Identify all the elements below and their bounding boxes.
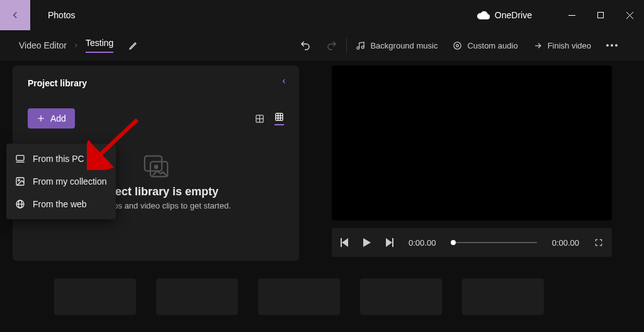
skip-back-icon	[341, 238, 348, 247]
svg-point-23	[154, 166, 157, 169]
undo-icon	[300, 40, 311, 51]
menu-from-this-pc[interactable]: From this PC	[6, 147, 116, 170]
finish-video-button[interactable]: Finish video	[526, 30, 599, 60]
play-icon	[363, 238, 371, 247]
onedrive-button[interactable]: OneDrive	[477, 10, 532, 20]
close-icon	[626, 12, 633, 19]
menu-from-collection-label: From my collection	[33, 176, 106, 186]
edit-name-button[interactable]	[128, 40, 138, 50]
menu-from-collection[interactable]: From my collection	[6, 170, 116, 193]
svg-rect-26	[16, 156, 24, 161]
svg-rect-16	[276, 113, 283, 120]
add-label: Add	[50, 113, 66, 123]
undo-button[interactable]	[292, 30, 319, 60]
preview-panel: 0:00.00 0:00.00	[332, 66, 612, 261]
background-music-button[interactable]: Background music	[348, 30, 445, 60]
next-frame-button[interactable]	[386, 238, 393, 247]
plus-icon	[37, 114, 45, 123]
svg-rect-21	[144, 156, 161, 171]
music-icon	[356, 41, 365, 50]
svg-point-9	[611, 44, 613, 47]
custom-audio-button[interactable]: Custom audio	[445, 30, 525, 60]
audio-icon	[453, 41, 462, 50]
total-time: 0:00.00	[552, 238, 579, 248]
svg-rect-25	[392, 238, 393, 247]
pencil-icon	[128, 40, 138, 50]
scrubber[interactable]	[451, 242, 536, 243]
onedrive-label: OneDrive	[495, 10, 532, 20]
more-icon	[606, 44, 618, 47]
storyboard-slot[interactable]	[54, 278, 136, 315]
library-title: Project library	[28, 78, 284, 88]
toolbar: Video Editor Testing Background music Cu…	[0, 30, 644, 60]
svg-point-7	[454, 42, 461, 49]
svg-point-10	[615, 44, 618, 47]
current-time: 0:00.00	[409, 238, 436, 248]
more-button[interactable]	[599, 30, 625, 60]
svg-point-29	[18, 180, 20, 181]
project-name[interactable]: Testing	[86, 38, 113, 53]
grid-large-icon	[255, 114, 264, 123]
fullscreen-icon	[594, 238, 603, 247]
add-menu: From this PC From my collection From the…	[6, 144, 116, 219]
storyboard-slot[interactable]	[462, 278, 544, 315]
collection-icon	[15, 176, 25, 186]
svg-point-5	[362, 46, 364, 49]
add-button[interactable]: Add	[28, 108, 75, 129]
close-button[interactable]	[615, 5, 644, 25]
storyboard-slot[interactable]	[360, 278, 442, 315]
breadcrumb[interactable]: Video Editor	[19, 40, 67, 50]
custom-audio-label: Custom audio	[467, 41, 517, 50]
maximize-icon	[597, 12, 604, 18]
play-button[interactable]	[363, 238, 371, 247]
video-preview[interactable]	[332, 66, 612, 220]
menu-from-pc-label: From this PC	[33, 154, 84, 164]
maximize-button[interactable]	[586, 5, 615, 25]
svg-point-4	[357, 47, 359, 49]
storyboard-slot[interactable]	[156, 278, 238, 315]
collapse-library-button[interactable]	[280, 77, 288, 86]
pc-icon	[15, 154, 25, 164]
export-icon	[533, 41, 543, 50]
chevron-left-icon	[280, 77, 288, 86]
chevron-right-icon	[73, 42, 79, 49]
storyboard-slot[interactable]	[258, 278, 340, 315]
svg-rect-24	[341, 238, 342, 247]
arrow-left-icon	[9, 9, 21, 21]
grid-small-icon	[274, 112, 284, 122]
menu-from-web-label: From the web	[33, 199, 87, 209]
storyboard[interactable]	[0, 261, 644, 315]
minimize-button[interactable]	[557, 5, 586, 25]
back-button[interactable]	[0, 0, 30, 30]
view-large-button[interactable]	[255, 114, 264, 123]
svg-rect-1	[598, 13, 604, 18]
minimize-icon	[568, 12, 575, 19]
skip-forward-icon	[386, 238, 393, 247]
web-icon	[15, 199, 25, 209]
cloud-icon	[477, 11, 490, 20]
background-music-label: Background music	[370, 41, 438, 50]
player-controls: 0:00.00 0:00.00	[332, 228, 612, 257]
view-small-button[interactable]	[274, 112, 284, 125]
finish-video-label: Finish video	[548, 41, 591, 50]
app-title: Photos	[48, 10, 76, 20]
redo-icon	[326, 40, 337, 51]
fullscreen-button[interactable]	[594, 238, 603, 247]
svg-point-6	[456, 44, 459, 47]
prev-frame-button[interactable]	[341, 238, 348, 247]
menu-from-web[interactable]: From the web	[6, 193, 116, 215]
svg-point-8	[606, 44, 609, 47]
titlebar: Photos OneDrive	[0, 0, 644, 30]
redo-button[interactable]	[319, 30, 345, 60]
